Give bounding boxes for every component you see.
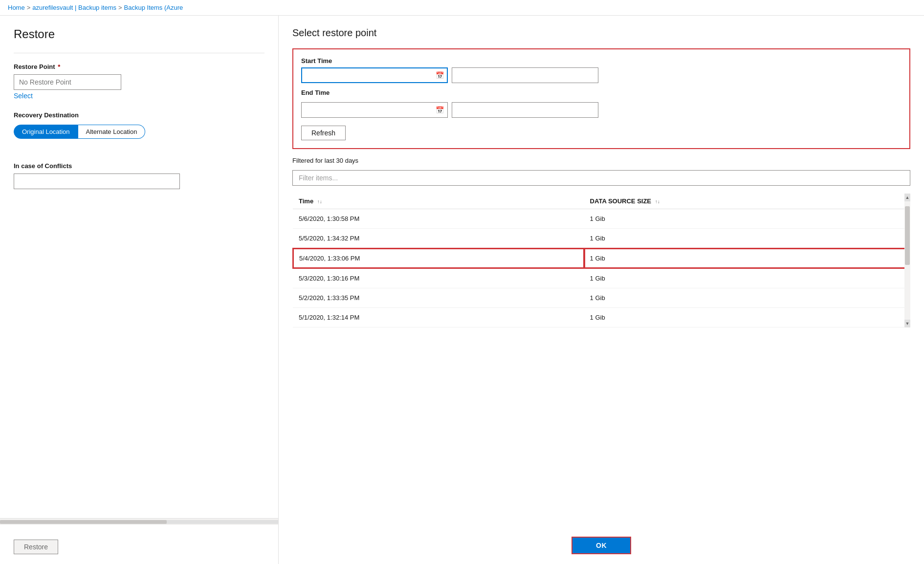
row-time-1: 5/5/2020, 1:34:32 PM [293, 229, 584, 249]
row-size-0: 1 Gib [584, 209, 910, 229]
breadcrumb-home[interactable]: Home [8, 4, 25, 11]
start-date-wrapper: 04/06/2020 📅 [301, 67, 448, 83]
right-panel: Select restore point Start Time 04/06/20… [279, 16, 924, 564]
table-row[interactable]: 5/1/2020, 1:32:14 PM1 Gib [293, 308, 910, 327]
filter-info: Filtered for last 30 days [292, 157, 910, 164]
start-time-row: 04/06/2020 📅 8:56:09 PM [301, 67, 902, 83]
breadcrumb-vault[interactable]: azurefilesvault | Backup items [32, 4, 116, 11]
end-date-wrapper: 05/06/2020 📅 [301, 102, 448, 118]
ok-button-area: OK [572, 537, 631, 554]
row-size-4: 1 Gib [584, 288, 910, 308]
h-scrollbar-thumb [0, 520, 167, 524]
restore-button-area: Restore [14, 540, 58, 554]
location-toggle: Original Location Alternate Location [14, 125, 264, 139]
restore-button[interactable]: Restore [14, 540, 58, 554]
row-size-1: 1 Gib [584, 229, 910, 249]
v-scroll-track[interactable] [904, 201, 910, 320]
main-layout: Restore Restore Point * Select Recovery … [0, 16, 924, 564]
restore-points-table: Time ↑↓ DATA SOURCE SIZE ↑↓ 5/6/2020, 1:… [292, 194, 910, 327]
breadcrumb-backup-items[interactable]: Backup Items (Azure [124, 4, 183, 11]
row-size-3: 1 Gib [584, 268, 910, 288]
h-scrollbar-track[interactable] [0, 520, 278, 524]
row-time-3: 5/3/2020, 1:30:16 PM [293, 268, 584, 288]
table-body: 5/6/2020, 1:30:58 PM1 Gib5/5/2020, 1:34:… [293, 209, 910, 327]
start-time-input[interactable]: 8:56:09 PM [452, 67, 598, 83]
filter-input-wrapper [292, 170, 910, 186]
page-title: Restore [14, 27, 264, 41]
row-size-2: 1 Gib [584, 248, 910, 268]
row-size-5: 1 Gib [584, 308, 910, 327]
select-link[interactable]: Select [14, 92, 264, 100]
v-scroll-thumb[interactable] [905, 206, 910, 265]
table-row[interactable]: 5/5/2020, 1:34:32 PM1 Gib [293, 229, 910, 249]
ok-button[interactable]: OK [572, 537, 631, 554]
restore-point-row [14, 74, 264, 90]
right-panel-title: Select restore point [292, 27, 910, 39]
original-location-button[interactable]: Original Location [14, 125, 78, 139]
scroll-up-arrow[interactable]: ▲ [904, 194, 910, 201]
row-time-5: 5/1/2020, 1:32:14 PM [293, 308, 584, 327]
v-scrollbar[interactable]: ▲ ▼ [904, 194, 910, 327]
table-header: Time ↑↓ DATA SOURCE SIZE ↑↓ [293, 194, 910, 209]
restore-point-label: Restore Point * [14, 63, 264, 70]
scroll-down-arrow[interactable]: ▼ [904, 320, 910, 327]
conflicts-label: In case of Conflicts [14, 162, 264, 170]
sort-size-icon: ↑↓ [655, 199, 660, 204]
col-time[interactable]: Time ↑↓ [293, 194, 584, 209]
end-time-row: 05/06/2020 📅 8:56:09 PM [301, 102, 902, 118]
divider-1 [14, 53, 264, 53]
recovery-destination-label: Recovery Destination [14, 111, 264, 119]
end-time-label: End Time [301, 89, 902, 96]
filter-box: Start Time 04/06/2020 📅 8:56:09 PM End T… [292, 48, 910, 149]
breadcrumb-sep-1: > [27, 4, 31, 11]
alternate-location-button[interactable]: Alternate Location [78, 125, 146, 139]
col-size[interactable]: DATA SOURCE SIZE ↑↓ [584, 194, 910, 209]
table-container: Time ↑↓ DATA SOURCE SIZE ↑↓ 5/6/2020, 1:… [292, 194, 910, 327]
table-row[interactable]: 5/2/2020, 1:33:35 PM1 Gib [293, 288, 910, 308]
table-row[interactable]: 5/3/2020, 1:30:16 PM1 Gib [293, 268, 910, 288]
restore-point-input[interactable] [14, 74, 121, 90]
table-row[interactable]: 5/6/2020, 1:30:58 PM1 Gib [293, 209, 910, 229]
row-time-2: 5/4/2020, 1:33:06 PM [293, 248, 584, 268]
breadcrumb: Home > azurefilesvault | Backup items > … [0, 0, 924, 16]
sort-time-icon: ↑↓ [317, 199, 322, 204]
start-date-input[interactable]: 04/06/2020 [301, 67, 448, 83]
refresh-button[interactable]: Refresh [301, 126, 346, 140]
conflicts-input[interactable]: Overwrite Existing [14, 174, 180, 189]
end-time-input[interactable]: 8:56:09 PM [452, 102, 598, 118]
row-time-4: 5/2/2020, 1:33:35 PM [293, 288, 584, 308]
required-star: * [56, 63, 61, 70]
row-time-0: 5/6/2020, 1:30:58 PM [293, 209, 584, 229]
start-time-label: Start Time [301, 57, 902, 65]
filter-input[interactable] [292, 170, 910, 186]
breadcrumb-sep-2: > [118, 4, 122, 11]
end-date-input[interactable]: 05/06/2020 [301, 102, 448, 118]
left-panel: Restore Restore Point * Select Recovery … [0, 16, 279, 564]
left-scrollbar-area [0, 518, 278, 525]
table-row[interactable]: 5/4/2020, 1:33:06 PM1 Gib [293, 248, 910, 268]
